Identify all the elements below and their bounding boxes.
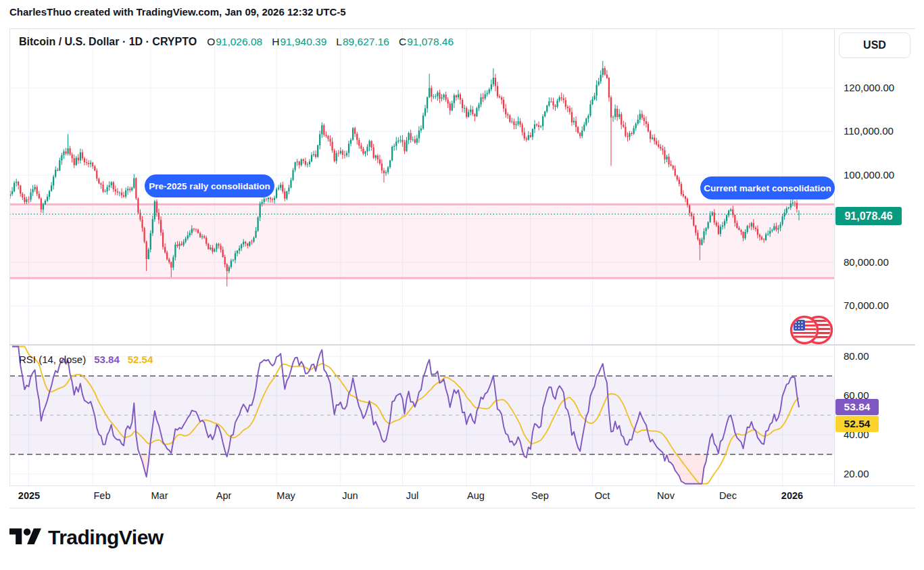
time-label-may[interactable]: May — [276, 490, 295, 501]
front-coin-us-flag — [792, 317, 819, 343]
high-value: 91,940.39 — [280, 36, 326, 48]
current-price-badge: 91,078.46 — [835, 207, 902, 225]
tradingview-logo-icon — [9, 525, 41, 550]
tradingview-footer[interactable]: TradingView — [9, 525, 164, 550]
time-label-apr[interactable]: Apr — [216, 490, 232, 501]
rsi-value-badge: 53.84 — [835, 399, 879, 415]
rsi-ma-value-badge: 52.54 — [835, 416, 879, 432]
usd-pair-flag-icon — [788, 314, 835, 347]
annotation-pre-2025-consolidation[interactable]: Pre-2025 rally consolidation — [145, 174, 274, 197]
low-label: L — [336, 36, 342, 48]
price-chart-canvas[interactable] — [9, 28, 915, 509]
time-label-sep[interactable]: Sep — [531, 490, 549, 501]
tradingview-brand-text: TradingView — [48, 526, 164, 549]
time-label-aug[interactable]: Aug — [467, 490, 485, 501]
high-label: H — [272, 36, 279, 48]
open-value: 91,026.08 — [216, 36, 262, 48]
time-label-jun[interactable]: Jun — [342, 490, 358, 501]
price-axis-label-110000: 110,000.00 — [844, 125, 914, 137]
attribution-text: CharlesThuo created with TradingView.com… — [9, 6, 346, 18]
currency-usd-button[interactable]: USD — [839, 32, 910, 58]
rsi-title[interactable]: RSI (14, close) — [19, 354, 86, 365]
low-value: 89,627.16 — [343, 36, 389, 48]
open-label: O — [207, 36, 215, 48]
chart-widget: Bitcoin / U.S. Dollar · 1D · CRYPTO O91,… — [9, 28, 915, 509]
time-label-jul[interactable]: Jul — [406, 490, 419, 501]
price-axis-label-100000: 100,000.00 — [844, 169, 914, 181]
time-label-dec[interactable]: Dec — [719, 490, 737, 501]
rsi-value: 53.84 — [94, 354, 120, 365]
time-label-feb[interactable]: Feb — [94, 490, 111, 501]
rsi-ma-value: 52.54 — [128, 354, 153, 365]
time-label-nov[interactable]: Nov — [657, 490, 675, 501]
time-label-mar[interactable]: Mar — [151, 490, 168, 501]
annotation-current-consolidation[interactable]: Current market consolidation — [700, 176, 835, 199]
close-value: 91,078.46 — [407, 36, 454, 48]
price-axis-label-80000: 80,000.00 — [844, 256, 914, 268]
symbol-header: Bitcoin / U.S. Dollar · 1D · CRYPTO O91,… — [19, 36, 454, 48]
time-label-2025[interactable]: 2025 — [18, 490, 40, 501]
close-label: C — [399, 36, 406, 48]
rsi-axis-label-20: 20.00 — [844, 468, 914, 479]
price-axis-label-70000: 70,000.00 — [844, 300, 914, 311]
time-label-oct[interactable]: Oct — [595, 490, 610, 501]
price-axis-label-120000: 120,000.00 — [844, 82, 914, 93]
rsi-header: RSI (14, close) 53.84 52.54 — [19, 354, 153, 365]
rsi-axis-label-80: 80.00 — [844, 350, 914, 362]
symbol-title[interactable]: Bitcoin / U.S. Dollar · 1D · CRYPTO — [19, 36, 197, 48]
time-label-2026[interactable]: 2026 — [781, 490, 803, 501]
ohlc-values: O91,026.08 H91,940.39 L89,627.16 C91,078… — [207, 36, 454, 48]
